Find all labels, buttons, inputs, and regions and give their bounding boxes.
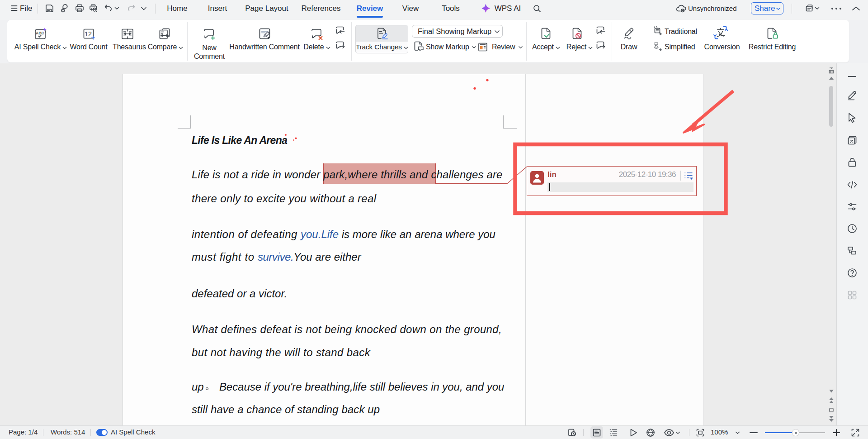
svg-text:ABC: ABC	[36, 31, 44, 35]
svg-text:12: 12	[85, 30, 92, 38]
